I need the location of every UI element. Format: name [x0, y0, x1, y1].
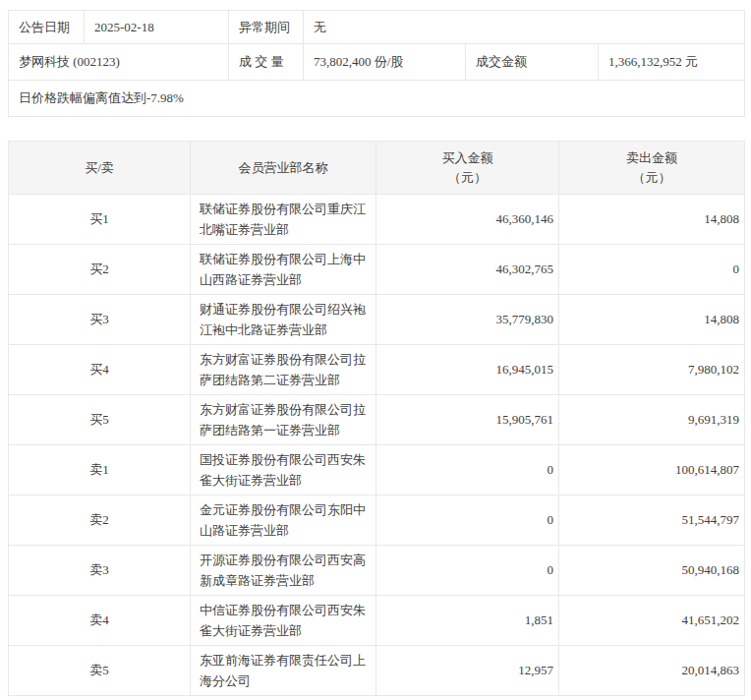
side-cell: 买1 — [9, 195, 191, 245]
side-cell: 卖1 — [9, 445, 191, 496]
header-sell-amount: 卖出金额 （元） — [559, 142, 745, 195]
summary-row-date: 公告日期 2025-02-18 异常期间 无 — [9, 11, 745, 44]
header-sell-amount-line2: （元） — [559, 168, 744, 188]
turnover-label: 成交金额 — [466, 44, 599, 81]
table-row: 买4 东方财富证券股份有限公司拉萨团结路第二证券营业部 16,945,015 7… — [9, 345, 745, 395]
header-broker: 会员营业部名称 — [191, 142, 376, 195]
side-cell: 买5 — [9, 395, 191, 445]
abnormal-period-value: 无 — [304, 11, 745, 44]
header-sell-amount-line1: 卖出金额 — [559, 148, 744, 168]
turnover-value: 1,366,132,952 元 — [599, 44, 745, 81]
broker-name-cell: 联储证券股份有限公司上海中山西路证券营业部 — [191, 245, 376, 295]
sell-amount-cell: 7,980,102 — [559, 345, 745, 395]
broker-name-cell: 联储证券股份有限公司重庆江北嘴证券营业部 — [191, 195, 376, 245]
table-row: 买2 联储证券股份有限公司上海中山西路证券营业部 46,302,765 0 — [9, 245, 745, 295]
broker-name-cell: 金元证券股份有限公司东阳中山路证券营业部 — [191, 496, 376, 546]
table-row: 买3 财通证券股份有限公司绍兴袍江袍中北路证券营业部 35,779,830 14… — [9, 295, 745, 345]
header-buy-amount-line1: 买入金额 — [376, 148, 558, 168]
broker-table: 买/卖 会员营业部名称 买入金额 （元） 卖出金额 （元） 买1 联储证券股份有… — [8, 141, 745, 696]
side-cell: 买4 — [9, 345, 191, 395]
buy-amount-cell: 35,779,830 — [376, 295, 559, 345]
table-row: 卖5 东亚前海证券有限责任公司上海分公司 12,957 20,014,863 — [9, 646, 745, 696]
sell-amount-cell: 14,808 — [559, 295, 745, 345]
sell-amount-cell: 51,544,797 — [559, 496, 745, 546]
side-cell: 卖5 — [9, 646, 191, 696]
buy-amount-cell: 16,945,015 — [376, 345, 559, 395]
broker-name-cell: 财通证券股份有限公司绍兴袍江袍中北路证券营业部 — [191, 295, 376, 345]
sell-amount-cell: 41,651,202 — [559, 596, 745, 646]
table-row: 卖2 金元证券股份有限公司东阳中山路证券营业部 0 51,544,797 — [9, 496, 745, 546]
summary-table: 公告日期 2025-02-18 异常期间 无 梦网科技 (002123) 成 交… — [8, 10, 745, 117]
table-row: 买1 联储证券股份有限公司重庆江北嘴证券营业部 46,360,146 14,80… — [9, 195, 745, 245]
lhb-detail-page: 公告日期 2025-02-18 异常期间 无 梦网科技 (002123) 成 交… — [0, 0, 751, 696]
broker-table-body: 买1 联储证券股份有限公司重庆江北嘴证券营业部 46,360,146 14,80… — [9, 195, 745, 696]
sell-amount-cell: 14,808 — [559, 195, 745, 245]
header-buy-amount-line2: （元） — [376, 168, 558, 188]
side-cell: 卖2 — [9, 496, 191, 546]
side-cell: 卖3 — [9, 546, 191, 596]
side-cell: 卖4 — [9, 596, 191, 646]
buy-amount-cell: 15,905,761 — [376, 395, 559, 445]
header-broker-label: 会员营业部名称 — [191, 158, 376, 178]
buy-amount-cell: 0 — [376, 546, 559, 596]
broker-name-cell: 东亚前海证券有限责任公司上海分公司 — [191, 646, 376, 696]
volume-value: 73,802,400 份/股 — [304, 44, 466, 81]
announce-date-label: 公告日期 — [9, 11, 85, 44]
broker-name-cell: 国投证券股份有限公司西安朱雀大街证券营业部 — [191, 445, 376, 496]
table-row: 卖3 开源证券股份有限公司西安高新成章路证券营业部 0 50,940,168 — [9, 546, 745, 596]
buy-amount-cell: 46,302,765 — [376, 245, 559, 295]
broker-name-cell: 开源证券股份有限公司西安高新成章路证券营业部 — [191, 546, 376, 596]
stock-name: 梦网科技 (002123) — [9, 44, 229, 81]
volume-label: 成 交 量 — [229, 44, 304, 81]
table-row: 卖1 国投证券股份有限公司西安朱雀大街证券营业部 0 100,614,807 — [9, 445, 745, 496]
sell-amount-cell: 9,691,319 — [559, 395, 745, 445]
buy-amount-cell: 0 — [376, 496, 559, 546]
broker-name-cell: 东方财富证券股份有限公司拉萨团结路第一证券营业部 — [191, 395, 376, 445]
sell-amount-cell: 0 — [559, 245, 745, 295]
broker-name-cell: 东方财富证券股份有限公司拉萨团结路第二证券营业部 — [191, 345, 376, 395]
announce-date-value: 2025-02-18 — [85, 11, 229, 44]
side-cell: 买2 — [9, 245, 191, 295]
deviation-note: 日价格跌幅偏离值达到-7.98% — [9, 81, 745, 117]
summary-row-deviation: 日价格跌幅偏离值达到-7.98% — [9, 81, 745, 117]
buy-amount-cell: 1,851 — [376, 596, 559, 646]
buy-amount-cell: 0 — [376, 445, 559, 496]
sell-amount-cell: 20,014,863 — [559, 646, 745, 696]
abnormal-period-label: 异常期间 — [229, 11, 304, 44]
summary-row-stock: 梦网科技 (002123) 成 交 量 73,802,400 份/股 成交金额 … — [9, 44, 745, 81]
sell-amount-cell: 100,614,807 — [559, 445, 745, 496]
broker-table-header: 买/卖 会员营业部名称 买入金额 （元） 卖出金额 （元） — [9, 142, 745, 195]
buy-amount-cell: 46,360,146 — [376, 195, 559, 245]
table-row: 卖4 中信证券股份有限公司西安朱雀大街证券营业部 1,851 41,651,20… — [9, 596, 745, 646]
header-buy-amount: 买入金额 （元） — [376, 142, 559, 195]
buy-amount-cell: 12,957 — [376, 646, 559, 696]
side-cell: 买3 — [9, 295, 191, 345]
table-row: 买5 东方财富证券股份有限公司拉萨团结路第一证券营业部 15,905,761 9… — [9, 395, 745, 445]
header-side-label: 买/卖 — [9, 158, 190, 178]
broker-name-cell: 中信证券股份有限公司西安朱雀大街证券营业部 — [191, 596, 376, 646]
header-side: 买/卖 — [9, 142, 191, 195]
sell-amount-cell: 50,940,168 — [559, 546, 745, 596]
